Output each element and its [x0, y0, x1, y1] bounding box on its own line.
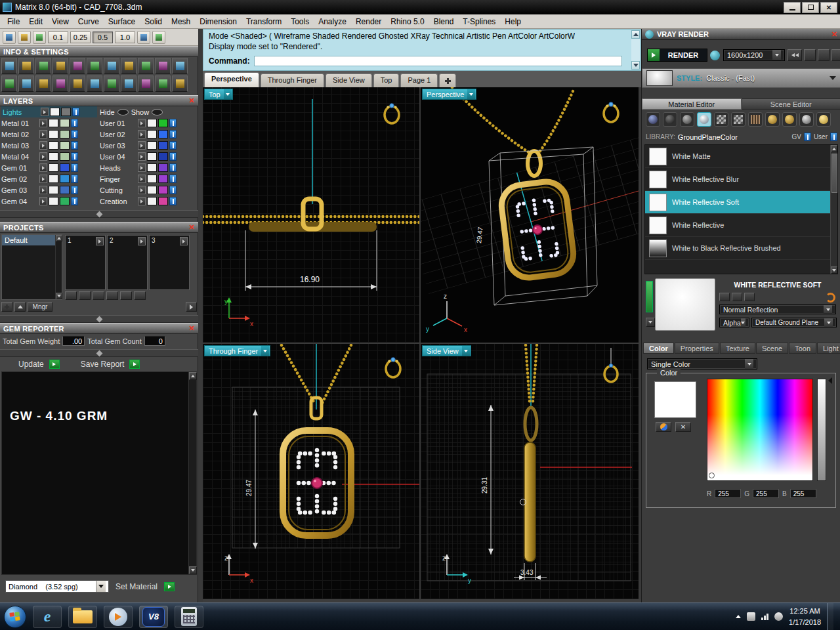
- layer-color-swatch[interactable]: [49, 197, 58, 205]
- preview-option-button[interactable]: [732, 293, 742, 301]
- tool-icon[interactable]: [18, 75, 34, 92]
- layer-expand-icon[interactable]: [39, 141, 47, 150]
- layer-row[interactable]: Creation: [100, 196, 177, 207]
- layer-lock-icon[interactable]: [71, 130, 78, 138]
- checker-icon[interactable]: [714, 112, 728, 127]
- tool-icon[interactable]: [35, 58, 51, 74]
- layer-color-swatch[interactable]: [147, 186, 157, 194]
- layer-row[interactable]: Cutting: [100, 184, 177, 196]
- layer-row[interactable]: User 04: [100, 151, 177, 162]
- layer-expand-icon[interactable]: [39, 130, 47, 138]
- layer-expand-icon[interactable]: [138, 130, 146, 138]
- material-item[interactable]: White Reflective Blur: [645, 168, 837, 191]
- menu-item-solid[interactable]: Solid: [140, 15, 167, 28]
- tab-material-editor[interactable]: Material Editor: [642, 98, 742, 110]
- collapse-down-icon[interactable]: [646, 318, 655, 327]
- tool-icon[interactable]: [1, 75, 17, 92]
- weave-icon[interactable]: [748, 112, 763, 127]
- slot-menu-icon[interactable]: [138, 237, 146, 245]
- close-icon[interactable]: ✕: [188, 223, 195, 232]
- layer-lock-icon[interactable]: [71, 119, 78, 127]
- tab-side-view[interactable]: Side View: [326, 74, 372, 87]
- layer-material-swatch[interactable]: [60, 163, 70, 172]
- menu-item-help[interactable]: Help: [500, 15, 526, 28]
- tool-icon[interactable]: [87, 58, 102, 74]
- user-toggle[interactable]: [830, 133, 837, 141]
- slot-menu-icon[interactable]: [180, 237, 188, 245]
- tab-add[interactable]: [439, 74, 456, 87]
- layer-lock-icon[interactable]: [71, 175, 78, 183]
- viewport-label-side[interactable]: Side View: [422, 345, 471, 356]
- taskbar-matrix-button[interactable]: V8: [139, 606, 168, 628]
- resolution-select[interactable]: 1600x1200: [723, 49, 785, 61]
- glasses-icon[interactable]: [663, 112, 677, 127]
- tool-icon[interactable]: [1, 58, 17, 74]
- tab-top[interactable]: Top: [373, 74, 400, 87]
- scroll-thumb[interactable]: [831, 154, 837, 193]
- layer-color-swatch[interactable]: [49, 152, 58, 161]
- viewport-label-top[interactable]: Top: [204, 89, 233, 100]
- maximize-button[interactable]: [802, 2, 819, 13]
- material-preview-swatch[interactable]: [655, 278, 715, 331]
- layer-row[interactable]: Heads: [100, 162, 177, 173]
- layer-color-swatch[interactable]: [147, 141, 157, 150]
- hide-eye-icon[interactable]: [117, 109, 129, 116]
- ground-plane-select[interactable]: Default Ground Plane: [751, 318, 837, 327]
- layer-expand-icon[interactable]: [39, 163, 47, 172]
- menu-item-render[interactable]: Render: [351, 15, 386, 28]
- alpha-select[interactable]: Alpha: [719, 318, 749, 327]
- layer-lock-icon[interactable]: [169, 152, 177, 161]
- viewport-label-perspective[interactable]: Perspective: [422, 89, 476, 100]
- layer-row[interactable]: Metal 02: [1, 129, 78, 140]
- tool-icon[interactable]: [138, 75, 154, 92]
- project-scrollbar[interactable]: [55, 235, 62, 299]
- r-value[interactable]: 255: [715, 489, 741, 498]
- slot-action-button[interactable]: [120, 291, 132, 300]
- menu-item-blend[interactable]: Blend: [429, 15, 459, 28]
- scroll-down-icon[interactable]: [56, 293, 62, 299]
- layer-material-swatch[interactable]: [60, 119, 70, 127]
- save-report-play-icon[interactable]: [129, 360, 140, 369]
- snap-value-0.5[interactable]: 0.5: [93, 32, 113, 43]
- show-eye-icon[interactable]: [152, 109, 163, 116]
- viewport-menu-icon[interactable]: [462, 346, 470, 356]
- expand-right-icon[interactable]: [186, 302, 197, 312]
- reflection-select[interactable]: Normal Reflection: [719, 304, 836, 314]
- slot-action-button[interactable]: [79, 291, 91, 300]
- viewport-perspective[interactable]: Perspective: [421, 87, 639, 343]
- layer-color-swatch[interactable]: [147, 175, 157, 183]
- layer-expand-icon[interactable]: [138, 197, 146, 205]
- show-desktop-button[interactable]: [827, 603, 833, 630]
- layer-material-swatch[interactable]: [60, 141, 70, 150]
- menu-item-tsplines[interactable]: T-Splines: [458, 15, 500, 28]
- panel-collapse-handle[interactable]: [0, 315, 198, 323]
- tool-icon[interactable]: [18, 58, 34, 74]
- layer-color-swatch[interactable]: [49, 163, 58, 172]
- minimize-button[interactable]: [784, 2, 801, 13]
- g-value[interactable]: 255: [753, 489, 779, 498]
- viewport-through-finger[interactable]: Through Finger: [203, 344, 419, 599]
- layer-row[interactable]: Gem 01: [1, 162, 78, 173]
- gv-toggle[interactable]: [804, 133, 811, 141]
- layer-expand-icon[interactable]: [39, 186, 47, 194]
- slot-action-button[interactable]: [134, 291, 146, 300]
- network-icon[interactable]: [761, 614, 768, 620]
- layer-expand-icon[interactable]: [138, 186, 146, 194]
- measure-tool-icon[interactable]: [152, 31, 165, 44]
- material-item-selected[interactable]: White Reflective Soft: [645, 191, 837, 214]
- rewind-icon[interactable]: [788, 49, 802, 61]
- bulb-icon[interactable]: [816, 112, 831, 127]
- menu-item-mesh[interactable]: Mesh: [167, 15, 195, 28]
- gold-sphere-icon[interactable]: [782, 112, 797, 127]
- material-item[interactable]: White Reflective: [645, 214, 837, 237]
- layer-lock-icon[interactable]: [71, 163, 78, 172]
- layer-expand-icon[interactable]: [41, 108, 49, 116]
- material-item[interactable]: White Matte: [645, 145, 837, 168]
- info-settings-header[interactable]: INFO & SETTINGS: [0, 46, 198, 57]
- sphere-icon[interactable]: [680, 112, 694, 127]
- snap-value-0.25[interactable]: 0.25: [70, 32, 91, 43]
- tab-perspective[interactable]: Perspective: [204, 72, 259, 87]
- layer-material-swatch[interactable]: [158, 163, 168, 172]
- render-globe-icon[interactable]: [710, 51, 720, 60]
- layer-expand-icon[interactable]: [39, 197, 47, 205]
